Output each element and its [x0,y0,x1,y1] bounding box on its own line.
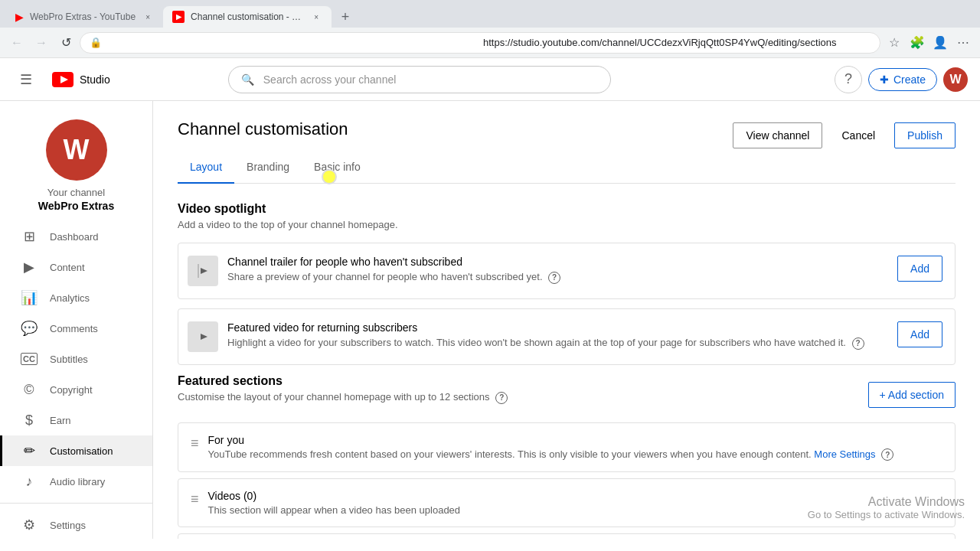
section-videos-content: Videos (0) This section will appear when… [208,490,942,516]
lock-icon: 🔒 [90,37,477,48]
channel-trailer-help[interactable]: ? [548,272,560,284]
analytics-icon: 📊 [21,289,38,306]
help-button[interactable]: ? [835,66,862,93]
featured-sections-header: Featured sections Customise the layout o… [178,374,956,416]
subtitles-icon: CC [21,353,38,365]
featured-video-content: Featured video for returning subscribers… [227,321,888,350]
audio-library-icon: ♪ [21,474,38,490]
sidebar-item-earn[interactable]: $ Earn [0,405,152,435]
sidebar-item-audio-library[interactable]: ♪ Audio library [0,466,152,497]
studio-label: Studio [80,73,110,86]
tab-2-close[interactable]: × [310,11,322,23]
drag-handle-videos[interactable]: ≡ [191,490,199,507]
featured-sections-help[interactable]: ? [495,392,508,404]
channel-trailer-add-button[interactable]: Add [897,256,942,282]
dashboard-icon: ⊞ [21,228,38,245]
sidebar-item-settings[interactable]: ⚙ Settings [0,510,152,539]
user-avatar[interactable]: W [943,67,968,92]
featured-sections-title-area: Featured sections Customise the layout o… [178,374,508,416]
drag-handle-for-you[interactable]: ≡ [191,434,199,452]
featured-sections-area: Featured sections Customise the layout o… [178,374,956,539]
tab-2-favicon: ▶ [172,11,185,23]
featured-video-add-button[interactable]: Add [897,321,942,347]
forward-button[interactable]: → [31,32,52,54]
featured-video-title: Featured video for returning subscribers [227,321,888,334]
page-header-row: Channel customisation View channel Cance… [178,119,956,152]
sidebar-item-comments[interactable]: 💬 Comments [0,313,152,344]
app-header: ☰ Studio 🔍 Search across your channel ? … [0,58,980,101]
hamburger-menu[interactable]: ☰ [12,66,40,93]
sidebar-item-dashboard[interactable]: ⊞ Dashboard [0,221,152,252]
yt-studio-app: ☰ Studio 🔍 Search across your channel ? … [0,58,980,539]
sidebar-divider [0,503,152,504]
content-icon: ▶ [21,259,38,276]
featured-video-icon [188,321,218,352]
tab-1-favicon: ▶ [15,11,24,23]
header-actions: ? ✚ Create W [835,66,968,93]
copyright-icon: © [21,382,38,398]
content-area: Channel customisation View channel Cance… [153,101,980,539]
profile-icon[interactable]: 👤 [929,32,951,54]
sidebar-analytics-label: Analytics [50,292,90,304]
sidebar-item-copyright[interactable]: © Copyright [0,374,152,405]
sidebar-nav: ⊞ Dashboard ▶ Content 📊 Analytics 💬 Comm… [0,221,152,539]
channel-trailer-actions: Add [897,256,942,282]
extension-icon[interactable]: 🧩 [906,32,928,54]
tab-1-close[interactable]: × [142,11,154,23]
page-actions: View channel Cancel Publish [733,122,956,148]
back-button[interactable]: ← [6,32,28,54]
browser-toolbar: ← → ↺ 🔒 https://studio.youtube.com/chann… [0,28,980,58]
comments-icon: 💬 [21,320,38,337]
search-icon: 🔍 [241,73,254,86]
tab-layout[interactable]: Layout [178,152,234,184]
section-row-videos: ≡ Videos (0) This section will appear wh… [178,478,956,527]
for-you-help[interactable]: ? [881,448,893,461]
section-videos-desc: This section will appear when a video ha… [208,504,942,516]
sidebar-item-content[interactable]: ▶ Content [0,252,152,282]
add-section-button[interactable]: + Add section [868,382,956,408]
create-label: Create [893,73,926,86]
more-settings-link[interactable]: More Settings [814,448,875,460]
header-search: 🔍 Search across your channel [228,66,611,93]
section-row-for-you: ≡ For you YouTube recommends fresh conte… [178,422,956,473]
tabs: Layout Branding Basic info [178,152,956,184]
sidebar-earn-label: Earn [50,415,70,426]
search-input-wrapper[interactable]: 🔍 Search across your channel [228,66,611,93]
section-for-you-title: For you [208,434,942,446]
publish-button[interactable]: Publish [894,122,956,148]
earn-icon: $ [21,412,38,429]
video-spotlight-title: Video spotlight [178,202,956,216]
sidebar-item-customisation[interactable]: ✏ Customisation [0,435,152,466]
cancel-button[interactable]: Cancel [828,122,888,148]
sidebar-item-analytics[interactable]: 📊 Analytics [0,282,152,313]
new-tab-button[interactable]: + [335,6,356,28]
url-text: https://studio.youtube.com/channel/UCCde… [483,37,871,48]
featured-video-card: Featured video for returning subscribers… [178,308,956,365]
tab-branding[interactable]: Branding [234,152,302,184]
tab-2[interactable]: ▶ Channel customisation - YouTu... × [163,6,332,28]
channel-avatar[interactable]: W [46,119,107,181]
featured-sections-title: Featured sections [178,374,508,388]
channel-trailer-icon [188,256,218,286]
sidebar-item-subtitles[interactable]: CC Subtitles [0,344,152,374]
sidebar-copyright-label: Copyright [50,384,93,396]
section-for-you-content: For you YouTube recommends fresh content… [208,434,942,461]
tab-bar: ▶ WebPro Extras - YouTube × ▶ Channel cu… [0,0,980,28]
bookmark-icon[interactable]: ☆ [884,32,905,54]
reload-button[interactable]: ↺ [55,32,77,54]
sidebar-audio-library-label: Audio library [50,476,105,487]
view-channel-button[interactable]: View channel [733,122,822,148]
tab-basic-info[interactable]: Basic info [302,152,373,184]
sidebar-content-label: Content [50,262,85,273]
sidebar-comments-label: Comments [50,323,98,334]
tab-1[interactable]: ▶ WebPro Extras - YouTube × [6,6,163,28]
address-bar[interactable]: 🔒 https://studio.youtube.com/channel/UCC… [80,32,880,54]
channel-trailer-card: Channel trailer for people who haven't s… [178,243,956,299]
search-placeholder: Search across your channel [263,73,397,86]
channel-label: Your channel [47,187,105,198]
sidebar-subtitles-label: Subtitles [50,354,88,365]
featured-video-help[interactable]: ? [852,337,864,350]
create-button[interactable]: ✚ Create [868,68,937,91]
more-icon[interactable]: ⋯ [952,32,974,54]
tab-1-title: WebPro Extras - YouTube [30,11,136,22]
